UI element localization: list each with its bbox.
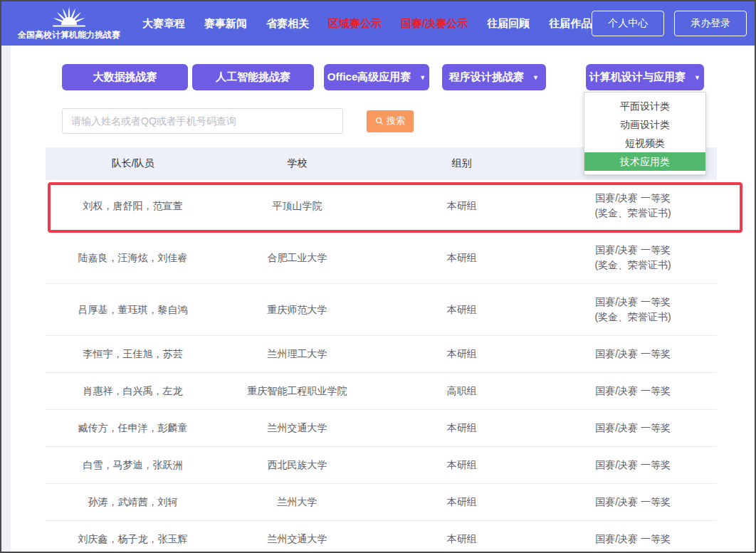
award-line: 国赛/决赛 一等奖 [549, 384, 717, 399]
cell-award: 国赛/决赛 一等奖 (奖金、荣誉证书) [549, 243, 717, 273]
filter-button-label: 人工智能挑战赛 [216, 70, 290, 84]
header-members: 队长/队员 [46, 157, 220, 170]
filter-button[interactable]: 大数据挑战赛 ▼ [62, 64, 188, 90]
organizer-login-button[interactable]: 承办登录 [674, 11, 747, 36]
cell-award: 国赛/决赛 一等奖 [549, 458, 717, 473]
table-row[interactable]: 李恒宇，王佳旭，苏芸 兰州理工大学 本研组 国赛/决赛 一等奖 [46, 336, 717, 373]
cell-members: 吕厚基，董珏琪，黎自鸿 [46, 302, 220, 317]
logo-icon [48, 6, 90, 28]
table-row[interactable]: 刘权，唐舒阳，范宣萱 平顶山学院 本研组 国赛/决赛 一等奖 (奖金、荣誉证书) [46, 180, 717, 232]
chevron-down-icon: ▼ [694, 75, 700, 81]
cell-school: 合肥工业大学 [220, 251, 374, 265]
award-note: (奖金、荣誉证书) [549, 310, 717, 325]
cell-group: 本研组 [374, 347, 549, 362]
cell-members: 肖惠祥，白兴禹，左龙 [46, 384, 220, 399]
award-note: (奖金、荣誉证书) [549, 258, 717, 273]
cell-award: 国赛/决赛 一等奖 [549, 421, 717, 436]
nav-item[interactable]: 赛事新闻 [204, 17, 247, 31]
search-button[interactable]: 搜索 [367, 110, 414, 132]
cell-members: 刘庆鑫，杨子龙，张玉辉 [46, 532, 220, 547]
site-logo[interactable]: 全国高校计算机能力挑战赛 [11, 6, 127, 41]
cell-award: 国赛/决赛 一等奖 (奖金、荣誉证书) [549, 295, 717, 325]
nav-item[interactable]: 往届回顾 [487, 17, 530, 31]
cell-group: 本研组 [374, 532, 549, 547]
cell-school: 平顶山学院 [220, 199, 374, 214]
nav-item[interactable]: 国赛/决赛公示 [401, 17, 468, 31]
award-line: 国赛/决赛 一等奖 [549, 458, 717, 473]
award-note: (奖金、荣誉证书) [549, 206, 717, 221]
search-row: 搜索 [62, 108, 414, 134]
cell-members: 孙涛，武靖茜，刘轲 [46, 495, 220, 510]
cell-group: 本研组 [374, 421, 549, 436]
cell-school: 兰州理工大学 [220, 347, 374, 362]
cell-members: 刘权，唐舒阳，范宣萱 [46, 199, 220, 214]
cell-school: 兰州交通大学 [220, 532, 374, 547]
table-row[interactable]: 白雪，马梦迪，张跃洲 西北民族大学 本研组 国赛/决赛 一等奖 [46, 447, 717, 484]
award-line: 国赛/决赛 一等奖 [549, 421, 717, 436]
cell-award: 国赛/决赛 一等奖 [549, 347, 717, 362]
nav-item[interactable]: 区域赛公示 [328, 17, 382, 31]
cell-school: 兰州大学 [220, 495, 374, 510]
personal-center-button[interactable]: 个人中心 [592, 11, 664, 36]
page: 全国高校计算机能力挑战赛 大赛章程 赛事新闻 省赛相关 区域赛公示 国赛/决赛公… [0, 0, 756, 553]
search-icon [375, 117, 384, 125]
cell-members: 白雪，马梦迪，张跃洲 [46, 458, 220, 473]
dropdown-item[interactable]: 短视频类 [584, 134, 705, 152]
table-row[interactable]: 陆嘉良，汪海炫，刘佳睿 合肥工业大学 本研组 国赛/决赛 一等奖 (奖金、荣誉证… [46, 232, 717, 284]
cell-award: 国赛/决赛 一等奖 [549, 532, 717, 547]
cell-award: 国赛/决赛 一等奖 (奖金、荣誉证书) [549, 191, 717, 221]
filter-button[interactable]: Office高级应用赛 ▼ [324, 64, 429, 90]
cell-school: 重庆师范大学 [220, 302, 374, 317]
filter-button[interactable]: 程序设计挑战赛 ▼ [442, 64, 546, 90]
dropdown-item[interactable]: 平面设计类 [584, 97, 705, 115]
top-navbar: 全国高校计算机能力挑战赛 大赛章程 赛事新闻 省赛相关 区域赛公示 国赛/决赛公… [1, 1, 755, 46]
search-input[interactable] [62, 108, 343, 134]
table-row[interactable]: 肖惠祥，白兴禹，左龙 重庆智能工程职业学院 高职组 国赛/决赛 一等奖 [46, 373, 717, 410]
left-edge-strip [1, 46, 11, 552]
cell-group: 本研组 [374, 251, 549, 265]
filter-button-label: 大数据挑战赛 [93, 70, 157, 84]
header-school: 学校 [220, 157, 374, 170]
award-line: 国赛/决赛 一等奖 [549, 347, 717, 362]
main-nav: 大赛章程 赛事新闻 省赛相关 区域赛公示 国赛/决赛公示 往届回顾 往届作品 [142, 17, 592, 31]
award-line: 国赛/决赛 一等奖 [549, 191, 717, 206]
cell-members: 陆嘉良，汪海炫，刘佳睿 [46, 251, 220, 265]
cell-group: 高职组 [374, 384, 549, 399]
cell-group: 本研组 [374, 302, 549, 317]
dropdown-item[interactable]: 技术应用类 [584, 152, 705, 171]
nav-item[interactable]: 往届作品 [549, 17, 592, 31]
logo-text: 全国高校计算机能力挑战赛 [18, 29, 120, 41]
filter-button-label: 程序设计挑战赛 [449, 70, 524, 84]
cell-award: 国赛/决赛 一等奖 [549, 384, 717, 399]
results-table: 队长/队员 学校 组别 刘权，唐舒阳，范宣萱 平顶山学院 本研组 国赛/决赛 一… [46, 147, 717, 553]
award-line: 国赛/决赛 一等奖 [549, 243, 717, 258]
award-line: 国赛/决赛 一等奖 [549, 295, 717, 310]
nav-item[interactable]: 省赛相关 [266, 17, 309, 31]
category-dropdown: 平面设计类 动画设计类 短视频类 技术应用类 [584, 92, 706, 175]
cell-members: 臧传方，任申洋，彭麟童 [46, 421, 220, 436]
filter-button-row: 大数据挑战赛 ▼ 人工智能挑战赛 ▼ Office高级应用赛 ▼ 程序设计挑战赛… [62, 64, 704, 90]
cell-school: 兰州交通大学 [220, 421, 374, 436]
filter-button-label: 计算机设计与应用赛 [589, 70, 686, 84]
filter-button-label: Office高级应用赛 [327, 70, 411, 84]
cell-award: 国赛/决赛 一等奖 [549, 495, 717, 510]
table-body: 刘权，唐舒阳，范宣萱 平顶山学院 本研组 国赛/决赛 一等奖 (奖金、荣誉证书)… [46, 180, 717, 553]
cell-group: 本研组 [374, 458, 549, 473]
cell-group: 本研组 [374, 199, 549, 214]
award-line: 国赛/决赛 一等奖 [549, 495, 717, 510]
table-row[interactable]: 刘庆鑫，杨子龙，张玉辉 兰州交通大学 本研组 国赛/决赛 一等奖 [46, 521, 717, 553]
table-row[interactable]: 孙涛，武靖茜，刘轲 兰州大学 本研组 国赛/决赛 一等奖 [46, 484, 717, 521]
nav-item[interactable]: 大赛章程 [142, 17, 185, 31]
award-line: 国赛/决赛 一等奖 [549, 532, 717, 547]
chevron-down-icon: ▼ [419, 75, 426, 81]
chevron-down-icon: ▼ [532, 75, 539, 81]
table-row[interactable]: 吕厚基，董珏琪，黎自鸿 重庆师范大学 本研组 国赛/决赛 一等奖 (奖金、荣誉证… [46, 284, 717, 336]
cell-members: 李恒宇，王佳旭，苏芸 [46, 347, 220, 362]
dropdown-item[interactable]: 动画设计类 [584, 115, 705, 134]
table-row[interactable]: 臧传方，任申洋，彭麟童 兰州交通大学 本研组 国赛/决赛 一等奖 [46, 410, 717, 447]
filter-button[interactable]: 计算机设计与应用赛 ▼ [586, 64, 704, 90]
search-button-label: 搜索 [387, 115, 405, 127]
topnav-buttons: 个人中心 承办登录 [592, 11, 747, 36]
cell-school: 西北民族大学 [220, 458, 374, 473]
filter-button[interactable]: 人工智能挑战赛 ▼ [192, 64, 314, 90]
